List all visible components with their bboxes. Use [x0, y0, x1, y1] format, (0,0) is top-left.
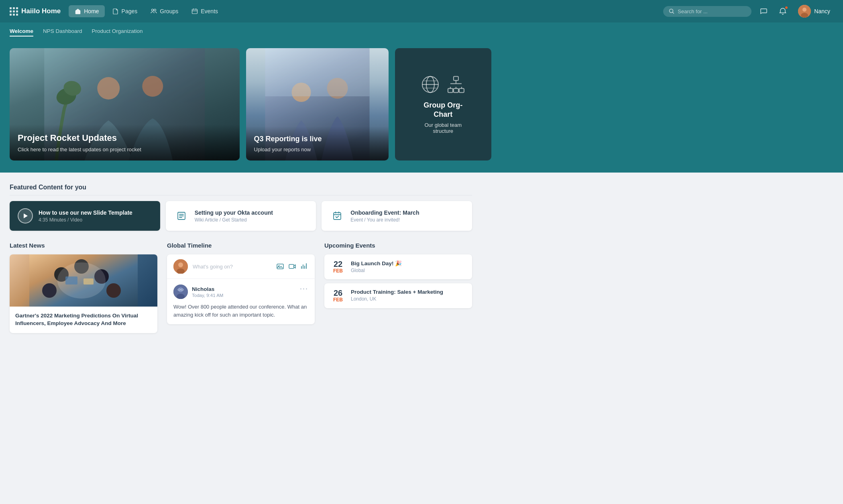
- nicholas-avatar: [173, 285, 188, 299]
- featured-event-title: Onboarding Event: March: [350, 209, 419, 216]
- hero-card-1-desc: Click here to read the latest updates on…: [18, 146, 232, 152]
- nav-item-groups[interactable]: Groups: [145, 5, 184, 17]
- bottom-grid: Latest News: [10, 242, 472, 333]
- navbar: Haiilo Home Home Pages: [0, 0, 843, 22]
- hero-card-3-title: Group Org-Chart: [419, 101, 467, 119]
- calendar-check-icon: [332, 211, 342, 221]
- svg-rect-19: [448, 89, 453, 93]
- featured-event-sub: Event / You are invited!: [350, 217, 419, 223]
- nav-item-home[interactable]: Home: [69, 5, 104, 17]
- svg-rect-39: [289, 264, 294, 268]
- notifications-button[interactable]: [776, 4, 790, 18]
- message-icon: [760, 7, 768, 15]
- post-content: Wow! Over 800 people attended our confer…: [173, 303, 308, 319]
- hero-card-project-rocket[interactable]: Project Rocket Updates Click here to rea…: [10, 48, 240, 161]
- events-list: 22 Feb Big Launch Day! 🎉 Global 26 Feb P…: [324, 254, 472, 308]
- grid-icon: [10, 7, 18, 16]
- timeline-user-avatar: [173, 259, 188, 274]
- user-menu-button[interactable]: Nancy: [795, 3, 833, 19]
- user-name: Nancy: [814, 8, 830, 14]
- hero-cards: Project Rocket Updates Click here to rea…: [10, 48, 491, 161]
- secondary-nav-welcome[interactable]: Welcome: [10, 26, 33, 37]
- global-timeline-title: Global Timeline: [167, 242, 315, 249]
- svg-rect-32: [65, 276, 77, 285]
- image-icon: [276, 262, 284, 270]
- post-avatar: [173, 285, 188, 299]
- globe-icon: [421, 75, 440, 94]
- timeline-video-button[interactable]: [288, 262, 296, 270]
- nav-home-label: Home: [84, 8, 99, 14]
- event-icon-wrapper: [330, 208, 345, 224]
- play-icon-wrapper: [18, 208, 33, 224]
- latest-news-section: Latest News: [10, 242, 157, 333]
- svg-point-8: [97, 77, 120, 100]
- event-card-0[interactable]: 22 Feb Big Launch Day! 🎉 Global: [324, 254, 472, 279]
- timeline-actions: [276, 262, 308, 270]
- svg-point-29: [42, 283, 57, 298]
- video-icon: [288, 262, 296, 270]
- svg-rect-20: [454, 89, 458, 93]
- secondary-nav: Welcome NPS Dashboard Product Organizati…: [0, 22, 843, 40]
- svg-point-30: [106, 283, 121, 298]
- event-date-0: 22 Feb: [331, 260, 345, 274]
- hero-section: Project Rocket Updates Click here to rea…: [0, 40, 843, 173]
- hero-card-1-title: Project Rocket Updates: [18, 132, 232, 144]
- post-menu-button[interactable]: ···: [300, 285, 308, 293]
- svg-point-31: [57, 262, 106, 299]
- event-day-1: 26: [334, 289, 342, 297]
- featured-card-event[interactable]: Onboarding Event: March Event / You are …: [322, 201, 472, 231]
- timeline-card: What's going on?: [167, 254, 315, 324]
- timeline-chart-button[interactable]: [300, 262, 308, 270]
- search-icon: [669, 8, 674, 14]
- svg-rect-24: [334, 213, 341, 219]
- avatar: [798, 5, 811, 18]
- svg-point-35: [178, 262, 183, 267]
- event-title-1: Product Training: Sales + Marketing: [351, 289, 443, 295]
- event-month-1: Feb: [333, 297, 343, 303]
- hero-card-3-content: Group Org-Chart Our global team structur…: [419, 75, 467, 134]
- featured-section-header: Featured Content for you: [10, 184, 472, 195]
- post-user: Nicholas Today, 9:41 AM: [173, 285, 223, 299]
- brand-name: Haiilo Home: [21, 7, 61, 15]
- event-card-1[interactable]: 26 Feb Product Training: Sales + Marketi…: [324, 283, 472, 308]
- timeline-input-row: What's going on?: [167, 254, 315, 279]
- timeline-avatar: [173, 259, 188, 274]
- svg-rect-18: [454, 77, 458, 81]
- timeline-placeholder-text: What's going on?: [193, 264, 271, 270]
- event-location-0: Global: [351, 268, 402, 273]
- post-header: Nicholas Today, 9:41 AM ···: [173, 285, 308, 299]
- upcoming-events-title: Upcoming Events: [324, 242, 472, 249]
- nav-item-events[interactable]: Events: [185, 5, 224, 17]
- featured-card-wiki[interactable]: Setting up your Okta account Wiki Articl…: [166, 201, 316, 231]
- secondary-nav-nps[interactable]: NPS Dashboard: [43, 26, 82, 37]
- nav-item-pages[interactable]: Pages: [106, 5, 143, 17]
- global-timeline-section: Global Timeline What's going on?: [167, 242, 315, 333]
- hero-card-q3[interactable]: Q3 Reporting is live Upload your reports…: [246, 48, 389, 161]
- search-box[interactable]: [663, 6, 751, 17]
- brand-logo[interactable]: Haiilo Home: [10, 7, 61, 16]
- notification-badge: [784, 6, 788, 10]
- news-card[interactable]: Gartner's 2022 Marketing Predictions On …: [10, 254, 157, 333]
- hero-card-3-icons: [421, 75, 466, 94]
- featured-card-video[interactable]: How to use our new Slide Template 4:35 M…: [10, 201, 160, 231]
- search-input[interactable]: [678, 8, 742, 14]
- chart-icon: [300, 262, 308, 270]
- svg-point-6: [801, 13, 808, 18]
- featured-wiki-sub: Wiki Article / Get Started: [195, 217, 273, 223]
- pages-icon: [112, 8, 119, 15]
- svg-point-1: [154, 9, 156, 11]
- wiki-book-icon: [177, 211, 186, 221]
- svg-marker-22: [24, 213, 28, 218]
- news-image: [10, 254, 157, 307]
- timeline-image-button[interactable]: [276, 262, 284, 270]
- messages-button[interactable]: [756, 4, 771, 18]
- nav-items: Home Pages Groups: [69, 5, 663, 17]
- secondary-nav-product[interactable]: Product Organization: [92, 26, 143, 37]
- hero-card-1-overlay: Project Rocket Updates Click here to rea…: [10, 124, 240, 161]
- hero-card-org-chart[interactable]: Group Org-Chart Our global team structur…: [395, 48, 491, 161]
- wiki-icon-wrapper: [174, 208, 189, 224]
- svg-rect-33: [83, 278, 94, 285]
- events-icon: [191, 8, 198, 15]
- latest-news-title: Latest News: [10, 242, 157, 249]
- hero-card-2-desc: Upload your reports now: [254, 146, 381, 152]
